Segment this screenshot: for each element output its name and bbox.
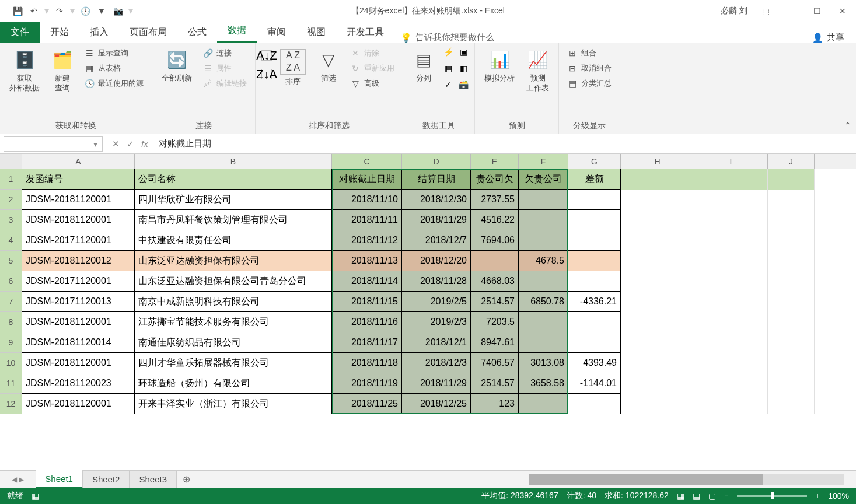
cell[interactable]: [768, 332, 815, 353]
ungroup-button[interactable]: ⊟取消组合: [565, 62, 614, 75]
view-layout-icon[interactable]: ▤: [693, 491, 700, 501]
data-model-icon[interactable]: 🗃️: [458, 79, 469, 90]
zoom-in-icon[interactable]: +: [815, 491, 820, 501]
cell[interactable]: 7694.06: [471, 230, 519, 251]
view-pagebreak-icon[interactable]: ▢: [708, 491, 716, 501]
cell[interactable]: 123: [471, 394, 519, 414]
cell[interactable]: 4678.5: [519, 251, 568, 271]
row-head[interactable]: 11: [0, 373, 22, 394]
cell[interactable]: [519, 230, 568, 251]
view-normal-icon[interactable]: ▦: [677, 491, 684, 501]
cell[interactable]: JDSM-20181120014: [22, 332, 135, 353]
cell[interactable]: [694, 251, 768, 271]
tab-data[interactable]: 数据: [217, 20, 257, 43]
relationships-icon[interactable]: ◧: [458, 63, 469, 74]
redo-icon[interactable]: ↷: [54, 5, 65, 17]
cell[interactable]: [568, 394, 621, 414]
col-head-F[interactable]: F: [519, 154, 568, 169]
cell[interactable]: 四川华欣矿业有限公司: [135, 190, 332, 210]
row-head[interactable]: 10: [0, 353, 22, 373]
col-head-E[interactable]: E: [471, 154, 519, 169]
row-head[interactable]: 1: [0, 169, 22, 190]
filter-button[interactable]: ▽筛选: [314, 47, 343, 86]
connections-button[interactable]: 🔗连接: [200, 47, 249, 60]
cell[interactable]: 2018/11/12: [332, 230, 402, 251]
cell[interactable]: JDSM-20181120001: [22, 210, 135, 230]
tab-review[interactable]: 审阅: [257, 22, 296, 43]
show-queries-button[interactable]: ☰显示查询: [82, 47, 146, 60]
name-box-dropdown-icon[interactable]: ▾: [93, 139, 97, 149]
cell[interactable]: [519, 332, 568, 353]
cell[interactable]: [568, 190, 621, 210]
cell[interactable]: 2018/11/15: [332, 292, 402, 312]
group-button[interactable]: ⊞组合: [565, 47, 614, 60]
cell[interactable]: [621, 251, 694, 271]
sheet-tab-2[interactable]: Sheet2: [83, 471, 130, 488]
cell[interactable]: 中扶建设有限责任公司: [135, 230, 332, 251]
sort-desc-icon[interactable]: Z↓A: [261, 69, 272, 79]
row-head[interactable]: 5: [0, 251, 22, 271]
cell[interactable]: 2018/11/18: [332, 353, 402, 373]
cell[interactable]: [621, 210, 694, 230]
cell[interactable]: 7406.57: [471, 353, 519, 373]
cell[interactable]: 2018/11/25: [332, 394, 402, 414]
cell[interactable]: 欠贵公司: [519, 169, 568, 190]
cell[interactable]: [694, 373, 768, 394]
get-external-data-button[interactable]: 🗄️获取 外部数据: [6, 47, 43, 96]
cell[interactable]: [621, 169, 694, 190]
cell[interactable]: [519, 394, 568, 414]
row-head[interactable]: 7: [0, 292, 22, 312]
cell[interactable]: 贵公司欠: [471, 169, 519, 190]
cell[interactable]: [621, 312, 694, 332]
cell[interactable]: 4393.49: [568, 353, 621, 373]
cell[interactable]: 环球造船（扬州）有限公司: [135, 373, 332, 394]
cell[interactable]: 山东泛亚达融资担保有限公司: [135, 251, 332, 271]
cell[interactable]: [768, 292, 815, 312]
cell[interactable]: JDSM-20171120001: [22, 271, 135, 292]
subtotal-button[interactable]: ▤分类汇总: [565, 77, 614, 90]
recent-sources-button[interactable]: 🕓最近使用的源: [82, 77, 146, 90]
cell[interactable]: [694, 394, 768, 414]
undo-icon[interactable]: ↶: [28, 5, 40, 17]
col-head-A[interactable]: A: [22, 154, 135, 169]
new-query-button[interactable]: 🗂️新建 查询: [48, 47, 77, 96]
cell[interactable]: [621, 190, 694, 210]
row-head[interactable]: 6: [0, 271, 22, 292]
row-head[interactable]: 12: [0, 394, 22, 414]
zoom-thumb[interactable]: [771, 492, 774, 499]
cell[interactable]: [568, 271, 621, 292]
cell[interactable]: 3013.08: [519, 353, 568, 373]
cell[interactable]: 4516.22: [471, 210, 519, 230]
cell[interactable]: [694, 332, 768, 353]
cell[interactable]: [694, 292, 768, 312]
cell[interactable]: 2018/11/28: [402, 271, 471, 292]
cell[interactable]: [694, 190, 768, 210]
cell[interactable]: [768, 394, 815, 414]
tab-insert[interactable]: 插入: [79, 22, 119, 43]
cell[interactable]: 2018/11/29: [402, 373, 471, 394]
cell[interactable]: 3658.58: [519, 373, 568, 394]
cell[interactable]: 2018/12/3: [402, 353, 471, 373]
cell[interactable]: 南昌市丹凤轩餐饮策划管理有限公司: [135, 210, 332, 230]
cell[interactable]: 8947.61: [471, 332, 519, 353]
fx-icon[interactable]: fx: [141, 139, 148, 149]
zoom-out-icon[interactable]: −: [724, 491, 729, 501]
user-name[interactable]: 必麟 刘: [721, 6, 747, 16]
cell[interactable]: 2018/12/25: [402, 394, 471, 414]
cell[interactable]: 山东泛亚达融资担保有限公司青岛分公司: [135, 271, 332, 292]
row-head[interactable]: 3: [0, 210, 22, 230]
cell[interactable]: JDSM-20181120001: [22, 312, 135, 332]
cell[interactable]: 2018/12/7: [402, 230, 471, 251]
camera-icon[interactable]: 📷: [112, 5, 124, 17]
tab-dev[interactable]: 开发工具: [336, 22, 394, 43]
history-icon[interactable]: 🕓: [79, 5, 91, 17]
tab-layout[interactable]: 页面布局: [119, 22, 177, 43]
formula-input[interactable]: 对账截止日期: [154, 138, 856, 149]
cell[interactable]: [768, 230, 815, 251]
cell[interactable]: 2514.57: [471, 292, 519, 312]
filter-icon[interactable]: ▼: [96, 5, 107, 17]
cell[interactable]: [768, 271, 815, 292]
cell[interactable]: 2018/11/11: [332, 210, 402, 230]
cell[interactable]: JDSM-20181120023: [22, 373, 135, 394]
cell[interactable]: 2018/12/1: [402, 332, 471, 353]
